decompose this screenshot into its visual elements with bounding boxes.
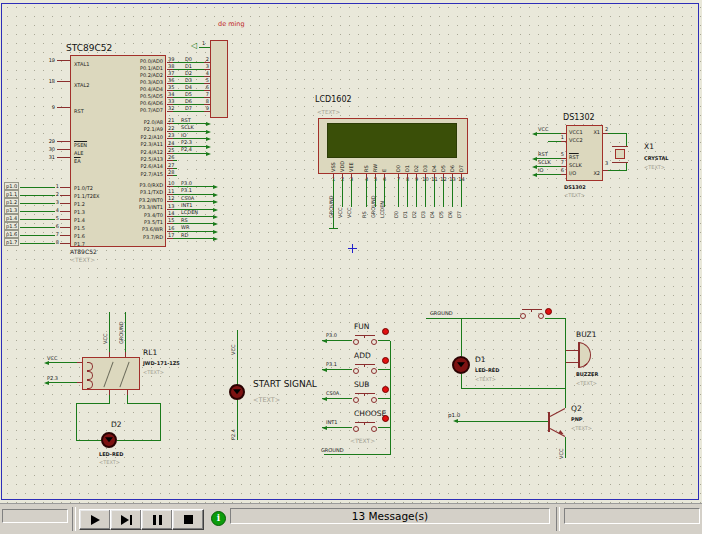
wire[interactable] (322, 340, 352, 341)
net-label[interactable]: P2.4 (230, 416, 236, 440)
mcu-p3-row[interactable]: 14 LCDEN (167, 210, 219, 217)
net-label[interactable]: VCC (102, 316, 108, 344)
net-label[interactable]: D4 (167, 84, 210, 90)
step-button[interactable] (110, 509, 142, 530)
wire[interactable] (20, 211, 55, 212)
wire[interactable] (603, 133, 626, 134)
mcu-p1-row[interactable]: p1.2 3 (4, 198, 70, 206)
net-label[interactable]: D0 (167, 56, 210, 62)
wire[interactable] (548, 141, 566, 142)
mcu-p1-row[interactable]: p1.4 5 (4, 214, 70, 222)
wire[interactable] (390, 341, 391, 455)
net-label[interactable]: P3.0 (326, 332, 337, 338)
net-label[interactable]: p1.6 (4, 230, 19, 238)
mcu-p1-row[interactable]: p1.3 4 (4, 206, 70, 214)
wire[interactable] (127, 403, 161, 404)
mcu-p3-rows[interactable]: 10 P3.0 11 P3.1 12 CS0A 13 INT1 14 (167, 180, 219, 239)
key-group[interactable]: FUN P3.0 ADD P3.1 (322, 322, 394, 438)
annotation-de-ming[interactable]: de ming (218, 21, 245, 27)
message-status-panel[interactable]: 13 Message(s) (230, 508, 550, 524)
schematic-canvas[interactable]: de ming STC89C52 XTAL1 XTAL2 RST PSEN AL… (0, 0, 702, 503)
wire[interactable] (322, 398, 352, 399)
net-label[interactable]: D3 (420, 184, 426, 218)
wire[interactable] (626, 133, 627, 146)
mcu-body[interactable]: XTAL1 XTAL2 RST PSEN ALE EA P1.0/T2P1.1/… (70, 55, 166, 247)
wire[interactable] (378, 369, 390, 370)
net-label[interactable]: SCLK (538, 159, 551, 165)
net-label[interactable]: IO (181, 132, 186, 138)
crystal-text-placeholder[interactable]: <TEXT> (644, 164, 665, 170)
rtc-text-placeholder[interactable]: <TEXT> (564, 192, 585, 198)
header-connector-body[interactable] (210, 40, 228, 118)
net-label[interactable]: p1.1 (4, 190, 19, 198)
keys-text-placeholder[interactable]: <TEXT> (350, 438, 375, 444)
mcu-p3-row[interactable]: 16 WR (167, 224, 219, 231)
lcd-pin-column[interactable]: E 6 LCDEN (380, 122, 389, 237)
relay-body[interactable] (82, 357, 140, 390)
mcu-p3-row[interactable]: 17 RD (167, 232, 219, 239)
mcu-p3-row[interactable]: 12 CS0A (167, 195, 219, 202)
led-d2-text-placeholder[interactable]: <TEXT> (99, 459, 120, 465)
mcu-p3-row[interactable]: 11 P3.1 (167, 187, 219, 194)
mcu-p0-row[interactable]: 32 D7 9 (167, 105, 210, 112)
mcu-p3-row[interactable]: 10 P3.0 (167, 180, 219, 187)
mcu-p3-row[interactable]: 15 RS (167, 217, 219, 224)
wire[interactable] (117, 440, 161, 441)
net-label[interactable]: D1 (402, 184, 408, 218)
rtc-pin-row[interactable]: 1 (532, 134, 566, 142)
transistor-text-placeholder[interactable]: <TEXT> (571, 425, 592, 431)
net-label[interactable]: GROUND (430, 310, 453, 316)
start-signal-text-placeholder[interactable]: <TEXT> (253, 397, 280, 403)
wire[interactable] (109, 312, 110, 357)
relay-coil-wire[interactable]: VCC (44, 355, 82, 363)
lcd-pin-column[interactable]: D3 10 D3 (421, 122, 430, 237)
push-button-item[interactable]: SUB CS0A (322, 380, 394, 409)
net-label[interactable]: VCC (538, 126, 548, 132)
button-actuator-icon[interactable] (382, 357, 389, 364)
button-actuator-icon[interactable] (382, 415, 389, 422)
wire[interactable] (565, 389, 566, 406)
net-label[interactable]: p1.4 (4, 214, 19, 222)
lcd-pin-column[interactable]: D7 14 D7 (457, 122, 466, 237)
buzzer-text-placeholder[interactable]: <TEXT> (576, 380, 597, 386)
lcd-pin-column[interactable]: VDD 2 VCC (338, 122, 347, 237)
wire[interactable] (378, 427, 390, 428)
mcu-p0-row[interactable]: 37 D2 4 (167, 70, 210, 77)
wire[interactable] (167, 238, 213, 239)
lcd-text-placeholder[interactable]: <TEXT> (317, 109, 340, 115)
net-label[interactable]: GROUND (118, 304, 124, 344)
net-label[interactable]: P3.0 (181, 180, 192, 186)
led-d2[interactable] (101, 432, 117, 448)
wire[interactable] (167, 111, 210, 112)
wire[interactable] (76, 403, 77, 440)
net-label[interactable]: CS0A (326, 390, 339, 396)
mcu-p2-row[interactable]: 24 P2.3 (167, 139, 219, 146)
push-button-item[interactable]: ADD P3.1 (322, 351, 394, 380)
push-button[interactable] (352, 364, 378, 374)
pause-button[interactable] (141, 509, 173, 530)
net-label[interactable]: WR (181, 224, 189, 230)
mcu-p2-row[interactable]: 23 IO (167, 132, 219, 139)
net-label[interactable]: D1 (167, 63, 210, 69)
mcu-p1-row[interactable]: p1.1 2 (4, 190, 70, 198)
mcu-p2-row[interactable]: 28 (167, 169, 219, 176)
wire[interactable] (20, 243, 55, 244)
net-label[interactable]: D4 (429, 184, 435, 218)
wire[interactable] (565, 437, 566, 458)
net-label[interactable]: D2 (411, 184, 417, 218)
wire[interactable] (461, 374, 462, 389)
wire[interactable] (20, 203, 55, 204)
wire[interactable] (545, 318, 565, 319)
net-label[interactable]: P3.1 (181, 187, 192, 193)
net-label[interactable]: INT1 (326, 419, 337, 425)
mcu-p3-row[interactable]: 13 INT1 (167, 202, 219, 209)
net-label[interactable]: p1.5 (4, 222, 19, 230)
button-actuator-icon[interactable] (382, 386, 389, 393)
mcu-p2-row[interactable]: 22 SCLK (167, 124, 219, 131)
net-label[interactable]: D5 (438, 184, 444, 218)
wire[interactable] (20, 219, 55, 220)
relay-coil-wire[interactable]: P2.3 (44, 375, 82, 383)
wire[interactable] (378, 340, 390, 341)
wire[interactable] (322, 369, 352, 370)
button-actuator-icon[interactable] (545, 308, 552, 315)
